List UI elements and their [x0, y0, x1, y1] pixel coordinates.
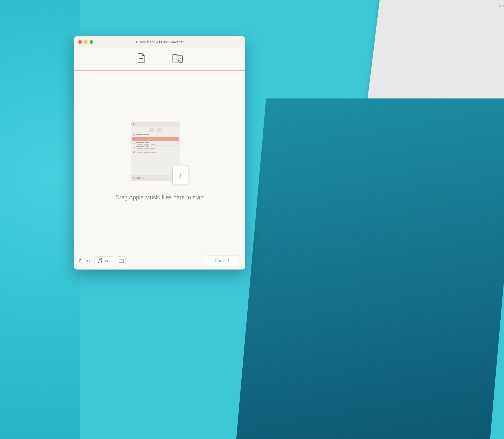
- bottom-bar: Format: 🎵 MP3 Convert: [74, 252, 245, 270]
- converted-button[interactable]: [170, 51, 186, 66]
- maximize-button[interactable]: [90, 40, 93, 44]
- drag-text: Drag Apple Music files here to start: [115, 194, 204, 201]
- window-title: TunesKit Apple Music Converter: [135, 40, 183, 44]
- music-card: ♪: [172, 166, 188, 184]
- add-files-icon: +: [135, 52, 147, 65]
- window-controls: [78, 40, 93, 44]
- svg-point-4: [178, 59, 183, 63]
- minimize-button[interactable]: [84, 40, 88, 44]
- illustration: .............: [131, 122, 188, 186]
- music-note-icon: ♪: [178, 171, 182, 180]
- svg-text:+: +: [140, 58, 142, 62]
- add-files-button[interactable]: +: [133, 51, 149, 66]
- format-value: MP3: [104, 259, 111, 263]
- format-selector[interactable]: 🎵 MP3: [94, 256, 114, 265]
- app-window: TunesKit Apple Music Converter +: [74, 36, 245, 270]
- format-label: Format:: [79, 259, 92, 263]
- title-bar: TunesKit Apple Music Converter: [74, 36, 245, 48]
- convert-button[interactable]: Convert: [204, 256, 240, 266]
- toolbar: +: [74, 48, 245, 70]
- mini-list: [131, 133, 180, 154]
- folder-icon: [119, 258, 124, 263]
- pencils-bg: [234, 98, 504, 439]
- format-music-icon: 🎵: [97, 258, 103, 264]
- main-content: .............: [74, 70, 245, 252]
- left-bg: [0, 0, 80, 439]
- folder-check-icon: [172, 52, 184, 65]
- close-button[interactable]: [78, 40, 82, 44]
- output-folder-button[interactable]: [117, 256, 126, 265]
